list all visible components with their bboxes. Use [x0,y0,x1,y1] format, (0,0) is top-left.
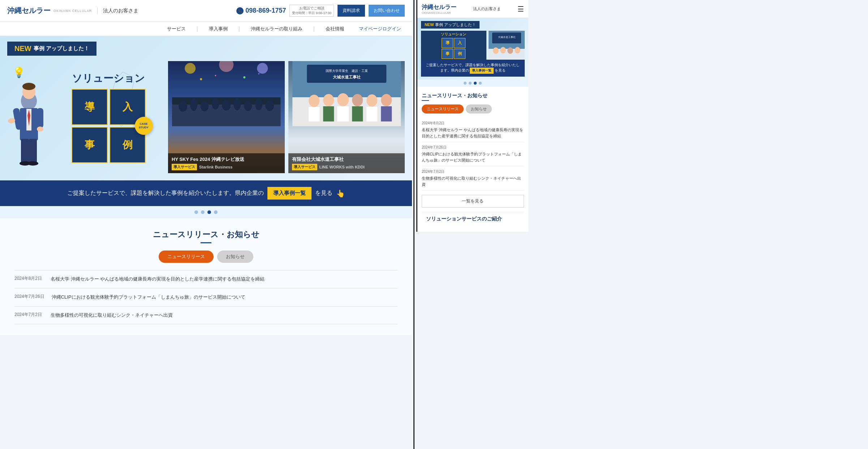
solution-panel: 💡 ソリューション 導 入 事 例 [7,61,163,173]
corp-label: 法人のお客さま [97,8,138,14]
rp-dot-4[interactable] [479,82,482,85]
news-text-3[interactable]: 生物多様性の可視化に取り組むシンク・ネイチャーへ出資 [51,312,173,319]
svg-point-54 [500,47,506,54]
panel-separator [413,0,414,449]
svg-rect-33 [307,65,386,83]
dot-4[interactable] [214,210,218,214]
news-text-1[interactable]: 名桜大学 沖縄セルラー やんばる地域の健康長寿の実現を目的とした産学連携に関する… [51,275,265,283]
news-item-3: 2024年7月2日 生物多様性の可視化に取り組むシンク・ネイチャーへ出資 [14,307,398,325]
service-name-1: Starlink Business [199,165,232,169]
person-svg [7,79,51,173]
rp-solution-mini: ソリューション 導 入 事 例 [421,31,486,60]
rp-cell-1: 導 [442,38,453,48]
cta-text: ご提案したサービスで、課題を解決した事例を紹介いたします。県内企業の [67,189,264,197]
rp-news-text-3[interactable]: 生物多様性の可視化に取り組むシンク・ネイチャーへ出資 [422,175,524,187]
new-tag-bar: NEW 事例 アップしました！ [7,42,96,56]
case-study-badge: CASE STUDY [135,117,153,135]
svg-text:大城水道工事社: 大城水道工事社 [332,75,361,79]
rp-dot-1[interactable] [464,82,467,85]
grid-cell-1[interactable]: 導 [72,89,108,125]
news-title: ニュースリリース・お知らせ [14,229,398,240]
case-concert-title: HY SKY Fes 2024 沖縄テレビ放送 [172,156,281,163]
svg-point-30 [243,76,245,78]
svg-rect-40 [323,106,334,121]
rp-news-date-3: 2024年7月2日 [422,169,524,174]
svg-point-25 [244,101,252,111]
header-left: 沖縄セルラー OKINAWA CELLULAR 法人のお客さま [7,6,138,16]
rp-hero-content: ソリューション 導 入 事 例 大城水道工事社 [421,31,525,60]
nav-cases[interactable]: 導入事例 [205,26,231,32]
rp-news-date-1: 2024年8月2日 [422,121,524,126]
dot-2[interactable] [201,210,205,214]
rp-dot-2[interactable] [469,82,472,85]
person-illustration [7,79,51,173]
svg-point-22 [212,98,219,110]
grid-cell-3[interactable]: 事 [72,127,108,163]
svg-rect-11 [29,139,37,164]
svg-point-37 [309,95,319,107]
bulb-icon: 💡 [13,67,25,78]
rp-news-text-1[interactable]: 名桜大学 沖縄セルラー やんばる地域の健康長寿の実現を目的とした産学連携に関する… [422,127,524,139]
rp-cta-suffix: を見る [495,68,506,72]
service-badge-2: 導入サービス [292,164,317,170]
rp-logo[interactable]: 沖縄セルラー [422,4,456,11]
rp-news-item-3: 2024年7月2日 生物多様性の可視化に取り組むシンク・ネイチャーへ出資 [422,166,524,191]
phone-number[interactable]: 098-869-1757 [245,7,286,14]
rp-solutions-title: ソリューションサービスのご紹介 [422,212,524,226]
cta-button[interactable]: 導入事例一覧 [267,187,311,200]
svg-rect-42 [337,106,349,121]
carousel-dots [0,206,412,218]
dot-1[interactable] [194,210,198,214]
rp-view-all-button[interactable]: 一覧を見る [422,195,524,208]
news-tabs: ニュースリリース お知らせ [14,251,398,263]
nav-mypage[interactable]: マイページログイン [355,26,405,32]
news-section: ニュースリリース・お知らせ ニュースリリース お知らせ 2024年8月2日 名桜… [0,218,412,335]
rp-new-text: 事例 アップしました！ [435,22,476,27]
doc-request-button[interactable]: 資料請求 [338,5,365,17]
tab-notices[interactable]: お知らせ [217,251,253,263]
svg-point-43 [352,94,363,106]
svg-point-26 [255,99,262,110]
rp-news-list: 2024年8月2日 名桜大学 沖縄セルラー やんばる地域の健康長寿の実現を目的と… [422,118,524,191]
rp-news-tabs: ニュースリリース お知らせ [422,104,524,114]
news-text-2[interactable]: 沖縄CLIPにおける観光体験予約プラットフォーム「しまんちゅ旅」のサービス開始に… [52,294,245,301]
rp-cell-4: 例 [454,49,465,59]
svg-point-45 [366,94,377,107]
svg-rect-44 [352,106,363,121]
rp-tab-news[interactable]: ニュースリリース [422,104,464,114]
svg-point-23 [222,100,231,111]
rp-news-text-2[interactable]: 沖縄CLIPにおける観光体験予約プラットフォーム「しまんちゅ旅」のサービス開始に… [422,151,524,163]
svg-point-31 [258,73,259,74]
case-workers-label: 有限会社大城水道工事社 導入サービス LINE WORKS with KDDI [288,153,405,173]
svg-point-16 [257,63,268,74]
rp-tab-notice[interactable]: お知らせ [466,104,492,114]
rp-dot-3[interactable] [474,82,477,85]
new-tag-text: 事例 アップしました！ [34,45,89,52]
rp-solution-title: ソリューション [441,32,466,37]
dot-3[interactable] [207,210,211,214]
rp-cell-2: 入 [454,38,465,48]
hero-banner: NEW 事例 アップしました！ [0,36,412,206]
tab-news-releases[interactable]: ニュースリリース [159,251,214,263]
phone-area: 📞 098-869-1757 [236,7,286,14]
nav-initiatives[interactable]: 沖縄セルラーの取り組み [247,26,306,32]
case-card-concert[interactable]: HY SKY Fes 2024 沖縄テレビ放送 導入サービス Starlink … [168,61,285,173]
svg-rect-48 [381,106,392,121]
news-date-3: 2024年7月2日 [14,312,43,318]
case-card-workers[interactable]: 国際大学卒業生 建設・工業 大城水道工事社 [288,61,405,173]
logo-text[interactable]: 沖縄セルラー [7,6,51,16]
nav-services[interactable]: サービス [163,26,189,32]
rp-cta-banner: ご提案したサービスで、課題を解決した事例を紹介いたします。県内企業の 導入事例一… [421,60,525,77]
contact-button[interactable]: お問い合わせ [369,5,405,17]
new-label: NEW [14,44,31,53]
svg-point-24 [233,98,241,110]
case-workers-title: 有限会社大城水道工事社 [292,156,401,163]
solution-grid: 導 入 事 例 CASE STUDY [72,89,146,163]
hamburger-menu-icon[interactable]: ☰ [517,5,524,13]
rp-cta-button[interactable]: 導入事例一覧 [470,68,494,74]
hero-content: 💡 ソリューション 導 入 事 例 [0,57,412,180]
rp-news-item-2: 2024年7月26日 沖縄CLIPにおける観光体験予約プラットフォーム「しまんち… [422,142,524,166]
nav-company[interactable]: 会社情報 [322,26,348,32]
svg-text:国際大学卒業生　建設・工業: 国際大学卒業生 建設・工業 [325,69,368,73]
header: 沖縄セルラー OKINAWA CELLULAR 法人のお客さま 📞 098-86… [0,0,412,22]
